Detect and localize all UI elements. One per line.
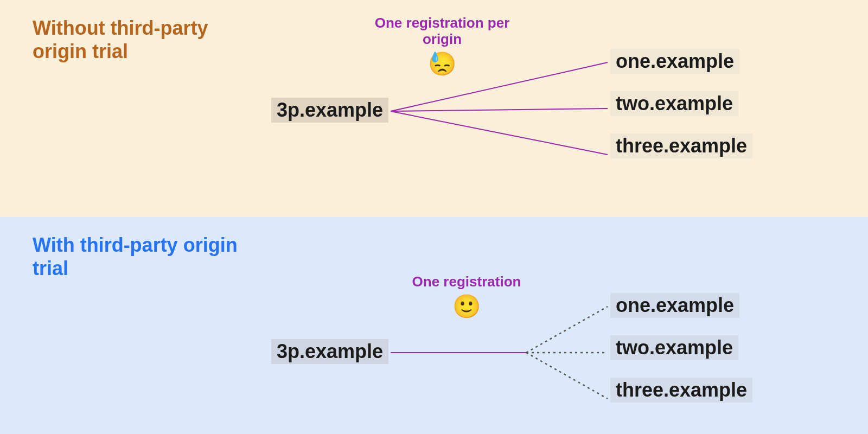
registration-caption: One registration 🙂 [396, 274, 537, 320]
target-origin-box: three.example [610, 133, 752, 158]
svg-line-1 [391, 108, 608, 111]
source-origin-box: 3p.example [271, 98, 388, 123]
panel-with-3p-trial: With third-party origin trial 3p.example… [0, 217, 868, 434]
svg-line-4 [526, 307, 608, 353]
happy-emoji-icon: 🙂 [396, 293, 537, 320]
target-origins-column: one.example two.example three.example [610, 49, 827, 176]
target-origin-box: two.example [610, 91, 738, 116]
target-origins-column: one.example two.example three.example [610, 293, 827, 420]
sad-emoji-icon: 😓 [372, 51, 513, 77]
target-origin-box: one.example [610, 49, 739, 74]
panel-title: Without third-party origin trial [33, 16, 250, 63]
svg-line-2 [391, 111, 608, 155]
target-origin-box: three.example [610, 378, 752, 403]
registration-caption: One registration per origin 😓 [372, 15, 513, 77]
caption-text: One registration [412, 273, 521, 290]
panel-title: With third-party origin trial [33, 233, 250, 280]
svg-line-6 [526, 353, 608, 399]
target-origin-box: two.example [610, 335, 738, 360]
source-origin-box: 3p.example [271, 339, 388, 364]
panel-without-3p-trial: Without third-party origin trial 3p.exam… [0, 0, 868, 217]
caption-text: One registration per origin [375, 15, 510, 47]
target-origin-box: one.example [610, 293, 739, 318]
